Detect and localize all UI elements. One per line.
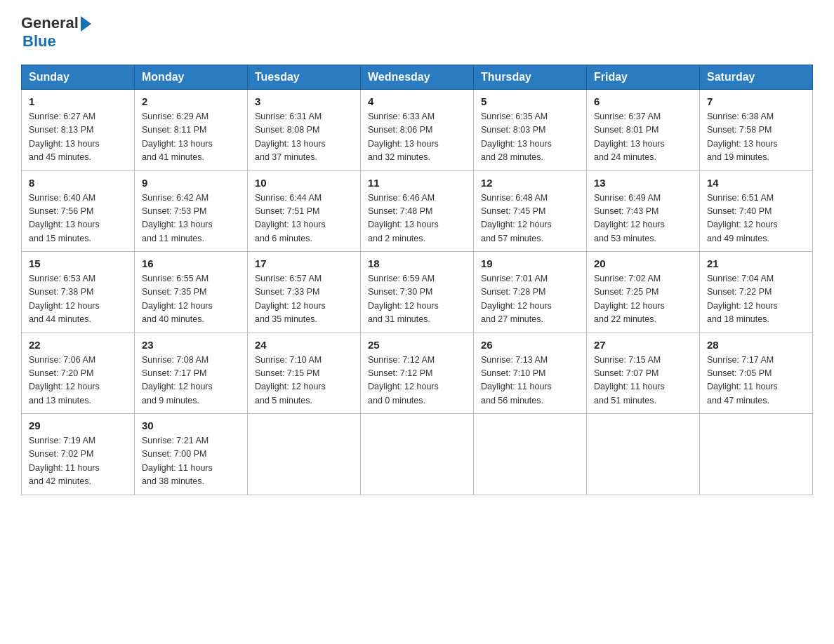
day-info: Sunrise: 7:04 AMSunset: 7:22 PMDaylight:…: [707, 274, 778, 324]
day-info: Sunrise: 7:10 AMSunset: 7:15 PMDaylight:…: [255, 355, 326, 405]
day-info: Sunrise: 7:02 AMSunset: 7:25 PMDaylight:…: [594, 274, 665, 324]
day-info: Sunrise: 6:31 AMSunset: 8:08 PMDaylight:…: [255, 112, 326, 162]
day-info: Sunrise: 7:13 AMSunset: 7:10 PMDaylight:…: [481, 355, 552, 405]
day-number: 28: [707, 339, 805, 351]
day-info: Sunrise: 7:01 AMSunset: 7:28 PMDaylight:…: [481, 274, 552, 324]
calendar-cell: 5 Sunrise: 6:35 AMSunset: 8:03 PMDayligh…: [474, 90, 587, 171]
day-number: 5: [481, 95, 579, 107]
day-number: 22: [29, 339, 127, 351]
calendar-cell: [700, 414, 813, 495]
day-number: 20: [594, 257, 692, 269]
calendar-cell: 17 Sunrise: 6:57 AMSunset: 7:33 PMDaylig…: [248, 252, 361, 333]
day-number: 15: [29, 257, 127, 269]
calendar-cell: 11 Sunrise: 6:46 AMSunset: 7:48 PMDaylig…: [361, 170, 474, 252]
day-number: 25: [368, 339, 466, 351]
weekday-header-row: Sunday Monday Tuesday Wednesday Thursday…: [22, 65, 813, 90]
calendar-cell: [474, 414, 587, 495]
calendar-cell: 1 Sunrise: 6:27 AMSunset: 8:13 PMDayligh…: [22, 90, 135, 171]
day-number: 12: [481, 177, 579, 189]
calendar-cell: 26 Sunrise: 7:13 AMSunset: 7:10 PMDaylig…: [474, 333, 587, 414]
calendar-cell: 3 Sunrise: 6:31 AMSunset: 8:08 PMDayligh…: [248, 90, 361, 171]
week-row-5: 29 Sunrise: 7:19 AMSunset: 7:02 PMDaylig…: [22, 414, 813, 495]
day-info: Sunrise: 6:40 AMSunset: 7:56 PMDaylight:…: [29, 193, 100, 243]
week-row-2: 8 Sunrise: 6:40 AMSunset: 7:56 PMDayligh…: [22, 170, 813, 252]
header-sunday: Sunday: [22, 65, 135, 90]
day-number: 4: [368, 95, 466, 107]
logo-general: General: [21, 14, 79, 32]
header-saturday: Saturday: [700, 65, 813, 90]
day-info: Sunrise: 7:12 AMSunset: 7:12 PMDaylight:…: [368, 355, 439, 405]
day-info: Sunrise: 6:46 AMSunset: 7:48 PMDaylight:…: [368, 193, 439, 243]
calendar-cell: 2 Sunrise: 6:29 AMSunset: 8:11 PMDayligh…: [135, 90, 248, 171]
day-number: 10: [255, 177, 353, 189]
day-info: Sunrise: 6:42 AMSunset: 7:53 PMDaylight:…: [142, 193, 213, 243]
calendar-cell: 6 Sunrise: 6:37 AMSunset: 8:01 PMDayligh…: [587, 90, 700, 171]
calendar-cell: [361, 414, 474, 495]
calendar-cell: 4 Sunrise: 6:33 AMSunset: 8:06 PMDayligh…: [361, 90, 474, 171]
logo-triangle-icon: [81, 16, 91, 32]
day-info: Sunrise: 6:27 AMSunset: 8:13 PMDaylight:…: [29, 112, 100, 162]
calendar-cell: 15 Sunrise: 6:53 AMSunset: 7:38 PMDaylig…: [22, 252, 135, 333]
day-number: 18: [368, 257, 466, 269]
day-number: 3: [255, 95, 353, 107]
calendar-cell: 8 Sunrise: 6:40 AMSunset: 7:56 PMDayligh…: [22, 170, 135, 252]
calendar-cell: 16 Sunrise: 6:55 AMSunset: 7:35 PMDaylig…: [135, 252, 248, 333]
day-number: 17: [255, 257, 353, 269]
day-number: 19: [481, 257, 579, 269]
day-number: 26: [481, 339, 579, 351]
day-info: Sunrise: 7:15 AMSunset: 7:07 PMDaylight:…: [594, 355, 665, 405]
day-number: 14: [707, 177, 805, 189]
day-info: Sunrise: 6:38 AMSunset: 7:58 PMDaylight:…: [707, 112, 778, 162]
day-info: Sunrise: 6:29 AMSunset: 8:11 PMDaylight:…: [142, 112, 213, 162]
day-number: 9: [142, 177, 240, 189]
header-tuesday: Tuesday: [248, 65, 361, 90]
day-number: 24: [255, 339, 353, 351]
week-row-1: 1 Sunrise: 6:27 AMSunset: 8:13 PMDayligh…: [22, 90, 813, 171]
day-info: Sunrise: 6:59 AMSunset: 7:30 PMDaylight:…: [368, 274, 439, 324]
day-info: Sunrise: 6:48 AMSunset: 7:45 PMDaylight:…: [481, 193, 552, 243]
day-info: Sunrise: 6:55 AMSunset: 7:35 PMDaylight:…: [142, 274, 213, 324]
day-number: 8: [29, 177, 127, 189]
calendar-cell: 29 Sunrise: 7:19 AMSunset: 7:02 PMDaylig…: [22, 414, 135, 495]
day-info: Sunrise: 7:19 AMSunset: 7:02 PMDaylight:…: [29, 436, 100, 486]
day-info: Sunrise: 6:37 AMSunset: 8:01 PMDaylight:…: [594, 112, 665, 162]
calendar-cell: 9 Sunrise: 6:42 AMSunset: 7:53 PMDayligh…: [135, 170, 248, 252]
day-number: 11: [368, 177, 466, 189]
calendar-cell: 18 Sunrise: 6:59 AMSunset: 7:30 PMDaylig…: [361, 252, 474, 333]
day-info: Sunrise: 7:17 AMSunset: 7:05 PMDaylight:…: [707, 355, 778, 405]
day-info: Sunrise: 6:44 AMSunset: 7:51 PMDaylight:…: [255, 193, 326, 243]
day-info: Sunrise: 6:35 AMSunset: 8:03 PMDaylight:…: [481, 112, 552, 162]
day-number: 1: [29, 95, 127, 107]
calendar-cell: 13 Sunrise: 6:49 AMSunset: 7:43 PMDaylig…: [587, 170, 700, 252]
day-number: 23: [142, 339, 240, 351]
week-row-4: 22 Sunrise: 7:06 AMSunset: 7:20 PMDaylig…: [22, 333, 813, 414]
header-thursday: Thursday: [474, 65, 587, 90]
day-number: 29: [29, 420, 127, 431]
calendar-cell: 24 Sunrise: 7:10 AMSunset: 7:15 PMDaylig…: [248, 333, 361, 414]
logo-blue: Blue: [22, 32, 56, 51]
day-number: 13: [594, 177, 692, 189]
calendar-cell: 20 Sunrise: 7:02 AMSunset: 7:25 PMDaylig…: [587, 252, 700, 333]
day-number: 27: [594, 339, 692, 351]
day-info: Sunrise: 7:21 AMSunset: 7:00 PMDaylight:…: [142, 436, 213, 486]
day-info: Sunrise: 6:49 AMSunset: 7:43 PMDaylight:…: [594, 193, 665, 243]
calendar-cell: 14 Sunrise: 6:51 AMSunset: 7:40 PMDaylig…: [700, 170, 813, 252]
day-info: Sunrise: 6:51 AMSunset: 7:40 PMDaylight:…: [707, 193, 778, 243]
page-header: General Blue: [21, 14, 813, 51]
day-number: 6: [594, 95, 692, 107]
calendar-cell: 28 Sunrise: 7:17 AMSunset: 7:05 PMDaylig…: [700, 333, 813, 414]
header-wednesday: Wednesday: [361, 65, 474, 90]
calendar-cell: 12 Sunrise: 6:48 AMSunset: 7:45 PMDaylig…: [474, 170, 587, 252]
day-info: Sunrise: 6:53 AMSunset: 7:38 PMDaylight:…: [29, 274, 100, 324]
calendar-cell: [248, 414, 361, 495]
header-monday: Monday: [135, 65, 248, 90]
calendar-cell: 25 Sunrise: 7:12 AMSunset: 7:12 PMDaylig…: [361, 333, 474, 414]
day-info: Sunrise: 7:08 AMSunset: 7:17 PMDaylight:…: [142, 355, 213, 405]
day-number: 30: [142, 420, 240, 431]
day-number: 16: [142, 257, 240, 269]
calendar-cell: 21 Sunrise: 7:04 AMSunset: 7:22 PMDaylig…: [700, 252, 813, 333]
calendar-cell: 19 Sunrise: 7:01 AMSunset: 7:28 PMDaylig…: [474, 252, 587, 333]
day-info: Sunrise: 6:57 AMSunset: 7:33 PMDaylight:…: [255, 274, 326, 324]
day-number: 21: [707, 257, 805, 269]
week-row-3: 15 Sunrise: 6:53 AMSunset: 7:38 PMDaylig…: [22, 252, 813, 333]
